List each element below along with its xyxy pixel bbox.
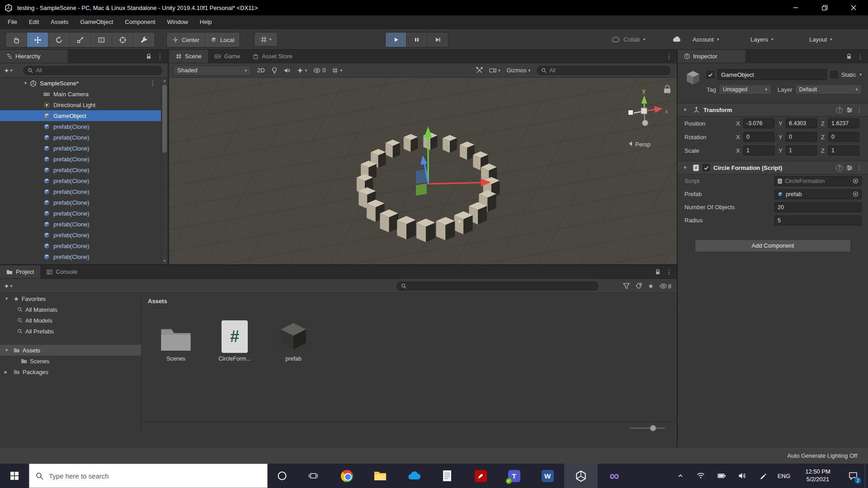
component-menu-icon[interactable]: ⋮ xyxy=(856,106,863,113)
hierarchy-item-prefab-clone[interactable]: prefab(Clone) xyxy=(0,186,168,197)
presets-icon[interactable] xyxy=(846,107,853,113)
projection-label[interactable]: Persp xyxy=(635,141,651,148)
hierarchy-tab[interactable]: Hierarchy xyxy=(0,50,68,63)
help-icon[interactable]: ? xyxy=(836,107,843,113)
asset-item-circleformation-script[interactable]: # CircleForm... xyxy=(212,315,257,362)
transform-tool-button[interactable] xyxy=(112,33,133,47)
scale-x-field[interactable]: 1 xyxy=(743,145,774,155)
game-tab[interactable]: Game xyxy=(208,50,246,63)
volume-tray-icon[interactable] xyxy=(732,464,753,488)
hierarchy-item-prefab-clone[interactable]: prefab(Clone) xyxy=(0,230,168,240)
transform-component-header[interactable]: ▼ Transform ? ⋮ xyxy=(678,103,868,117)
language-indicator[interactable]: ENG xyxy=(774,464,794,488)
scene-audio-button[interactable] xyxy=(284,67,291,74)
hidden-icons-button[interactable] xyxy=(670,464,690,488)
menu-component[interactable]: Component xyxy=(119,15,161,29)
project-menu-icon[interactable]: ⋮ xyxy=(666,268,672,276)
restore-button[interactable] xyxy=(810,0,839,15)
pause-button[interactable] xyxy=(406,33,427,47)
hierarchy-item-prefab-clone[interactable]: prefab(Clone) xyxy=(0,219,168,230)
foldout-arrow-icon[interactable]: ▼ xyxy=(683,165,689,170)
active-checkbox[interactable] xyxy=(707,71,714,78)
layout-dropdown[interactable]: Layout▾ xyxy=(809,32,832,47)
all-prefabs-row[interactable]: All Prefabs xyxy=(0,326,141,337)
scene-visibility-toggle[interactable]: 0 xyxy=(313,67,326,74)
hierarchy-item-main-camera[interactable]: Main Camera xyxy=(0,89,168,99)
unity-taskbar-icon[interactable] xyxy=(564,464,598,488)
hierarchy-item-prefab-clone[interactable]: prefab(Clone) xyxy=(0,240,168,251)
acrobat-taskbar-icon[interactable] xyxy=(464,464,497,488)
shading-mode-dropdown[interactable]: Shaded▾ xyxy=(173,66,251,75)
hierarchy-scrollbar[interactable]: ▲ ▼ xyxy=(161,78,168,264)
onedrive-taskbar-icon[interactable] xyxy=(397,464,430,488)
rotation-x-field[interactable]: 0 xyxy=(743,132,774,142)
scene-effects-dropdown[interactable]: ▾ xyxy=(297,67,307,74)
lighting-status-button[interactable]: Auto Generate Lighting Off xyxy=(788,452,857,459)
label-icon[interactable] xyxy=(636,283,642,289)
minimize-button[interactable] xyxy=(781,0,810,15)
thumbnail-zoom-slider[interactable] xyxy=(630,427,665,429)
menu-edit[interactable]: Edit xyxy=(23,15,45,29)
hierarchy-item-prefab-clone[interactable]: prefab(Clone) xyxy=(0,175,168,186)
task-view-button[interactable] xyxy=(297,464,330,488)
hierarchy-item-prefab-clone[interactable]: prefab(Clone) xyxy=(0,121,168,132)
pivot-mode-button[interactable]: Center xyxy=(167,33,205,47)
scene-tab[interactable]: Scene xyxy=(170,50,208,63)
favorites-row[interactable]: ▼ ★ Favorites xyxy=(0,293,141,304)
scale-z-field[interactable]: 1 xyxy=(828,145,859,155)
inspector-menu-icon[interactable]: ⋮ xyxy=(857,53,863,60)
pen-tray-icon[interactable] xyxy=(753,464,774,488)
move-tool-button[interactable] xyxy=(27,33,48,47)
position-y-field[interactable]: 6.4303 xyxy=(786,118,817,128)
project-search-input[interactable] xyxy=(396,282,599,291)
lock-icon[interactable] xyxy=(146,53,151,60)
step-button[interactable] xyxy=(427,33,448,47)
menu-gameobject[interactable]: GameObject xyxy=(74,15,119,29)
teams-taskbar-icon[interactable]: T xyxy=(497,464,531,488)
component-menu-icon[interactable]: ⋮ xyxy=(856,164,863,171)
collab-dropdown[interactable]: Collab▾ xyxy=(611,32,645,47)
hierarchy-item-prefab-clone[interactable]: prefab(Clone) xyxy=(0,251,168,262)
grid-snap-button[interactable]: ▾ xyxy=(254,32,278,47)
component-enabled-checkbox[interactable] xyxy=(703,164,710,171)
close-button[interactable] xyxy=(839,0,868,15)
custom-tool-button[interactable] xyxy=(133,33,155,47)
foldout-arrow-icon[interactable]: ▼ xyxy=(683,108,689,112)
scene-search-input[interactable]: All xyxy=(537,66,670,75)
static-flags-dropdown-icon[interactable]: ▾ xyxy=(859,72,862,77)
notepad-taskbar-icon[interactable] xyxy=(430,464,464,488)
hierarchy-item-gameobject[interactable]: GameObject xyxy=(0,110,168,121)
scroll-thumb[interactable] xyxy=(162,85,167,153)
help-icon[interactable]: ? xyxy=(836,164,843,171)
zoom-slider-knob[interactable] xyxy=(650,425,656,431)
layer-dropdown[interactable]: Default▾ xyxy=(795,84,862,94)
battery-tray-icon[interactable] xyxy=(711,464,732,488)
rotation-y-field[interactable]: 0 xyxy=(786,132,817,142)
menu-assets[interactable]: Assets xyxy=(45,15,74,29)
cloud-services-button[interactable] xyxy=(672,32,682,47)
hidden-packages-toggle[interactable]: 8 xyxy=(660,283,671,290)
hierarchy-scene-row[interactable]: ▼ SampleScene* ⋮ xyxy=(0,78,168,89)
action-center-button[interactable]: 2 xyxy=(841,464,865,488)
menu-help[interactable]: Help xyxy=(194,15,218,29)
scene-lighting-button[interactable] xyxy=(271,67,278,74)
add-component-button[interactable]: Add Component xyxy=(695,239,851,252)
tag-dropdown[interactable]: Untagged▾ xyxy=(719,84,771,94)
presets-icon[interactable] xyxy=(846,165,853,171)
hierarchy-item-prefab-clone[interactable]: prefab(Clone) xyxy=(0,164,168,175)
2d-toggle-button[interactable]: 2D xyxy=(257,67,265,74)
gizmos-dropdown[interactable]: Gizmos▾ xyxy=(506,67,530,74)
hierarchy-item-directional-light[interactable]: Directional Light xyxy=(0,99,168,110)
scroll-down-icon[interactable]: ▼ xyxy=(161,258,168,264)
assets-folder-row[interactable]: ▼ Assets xyxy=(0,345,141,356)
asset-item-prefab[interactable]: prefab xyxy=(271,315,316,362)
all-materials-row[interactable]: All Materials xyxy=(0,304,141,315)
search-by-type-icon[interactable] xyxy=(623,283,630,289)
radius-field[interactable]: 5 xyxy=(774,216,862,225)
asset-store-tab[interactable]: Asset Store xyxy=(246,50,298,63)
scene-grid-dropdown[interactable]: ▾ xyxy=(332,67,342,74)
scale-tool-button[interactable] xyxy=(70,33,91,47)
foldout-arrow-icon[interactable]: ▼ xyxy=(24,81,30,85)
scale-y-field[interactable]: 1 xyxy=(786,145,817,155)
hierarchy-item-prefab-clone[interactable]: prefab(Clone) xyxy=(0,208,168,219)
